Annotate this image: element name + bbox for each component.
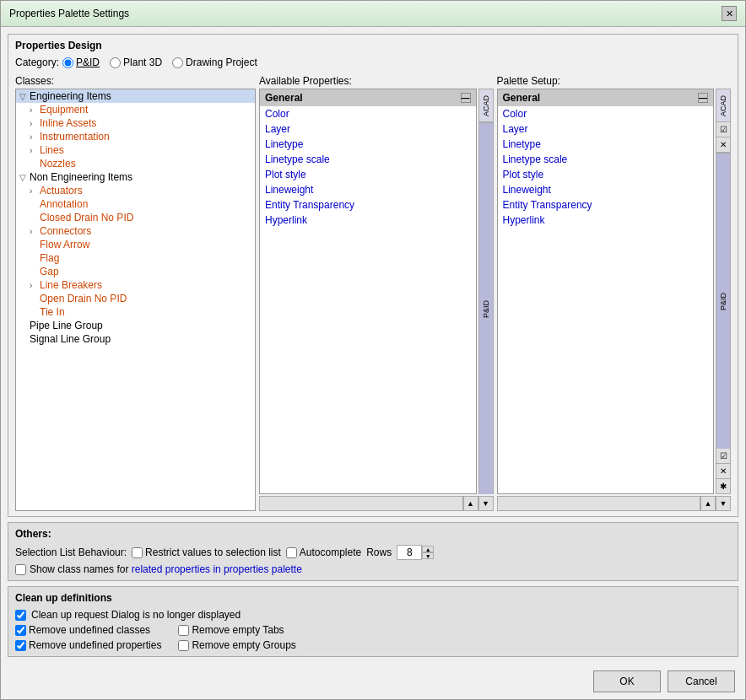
pid-tab-palette[interactable]: P&ID (716, 153, 731, 449)
tree-item-flag[interactable]: Flag (16, 251, 255, 265)
tree-item-tie-in[interactable]: Tie In (16, 305, 255, 319)
radio-plant3d[interactable]: Plant 3D (110, 57, 162, 68)
prop-item-linetype-scale[interactable]: Linetype scale (260, 152, 476, 167)
tree-label-flow-arrow: Flow Arrow (40, 239, 89, 250)
prop-item-plot-style[interactable]: Plot style (260, 167, 476, 182)
palette-item-lineweight[interactable]: Lineweight (498, 182, 714, 197)
tree-item-instrumentation[interactable]: › Instrumentation (16, 130, 255, 143)
tree-item-signal-line-group[interactable]: Signal Line Group (16, 332, 255, 346)
category-row: Category: P&ID Plant 3D Drawing Project (15, 57, 731, 68)
cleanup-section: Clean up definitions Clean up request Di… (8, 586, 738, 657)
available-minus-btn[interactable]: — (461, 93, 471, 103)
prop-item-layer[interactable]: Layer (260, 121, 476, 137)
close-button[interactable]: ✕ (722, 6, 737, 21)
acad-tab-available[interactable]: ACAD (478, 89, 494, 122)
tree-item-non-engineering[interactable]: ▽ Non Engineering Items (16, 170, 255, 184)
tree-label-open-drain: Open Drain No PID (40, 293, 127, 304)
tree-label-signal-line-group: Signal Line Group (30, 333, 111, 345)
palette-scroll-up[interactable]: ▲ (700, 496, 716, 511)
expander-actuators: › (30, 186, 40, 196)
tree-item-connectors[interactable]: › Connectors (16, 224, 255, 238)
available-panel: Available Properties: General — Color (259, 75, 494, 511)
prop-item-entity-transparency[interactable]: Entity Transparency (260, 197, 476, 213)
pid-tab-available[interactable]: P&ID (478, 122, 494, 494)
tree-item-closed-drain[interactable]: Closed Drain No PID (16, 211, 255, 224)
ok-button[interactable]: OK (593, 670, 661, 692)
palette-item-hyperlink[interactable]: Hyperlink (498, 213, 714, 228)
palette-scroll-track (497, 496, 701, 511)
rows-spin-down[interactable]: ▼ (422, 552, 434, 559)
tree-item-lines[interactable]: › Lines (16, 143, 255, 157)
tree-item-gap[interactable]: Gap (16, 265, 255, 278)
palette-check-btn1[interactable]: ☑ (716, 122, 731, 137)
tree-item-nozzles[interactable]: Nozzles (16, 157, 255, 170)
tree-label-equipment: Equipment (40, 104, 88, 116)
tree-item-equipment[interactable]: › Equipment (16, 103, 255, 116)
palette-item-entity-transparency[interactable]: Entity Transparency (498, 197, 714, 213)
autocomplete-check-item[interactable]: Autocomplete (286, 547, 361, 558)
palette-x-btn1[interactable]: ✕ (716, 137, 731, 153)
radio-pid-input[interactable] (62, 57, 73, 68)
palette-item-color[interactable]: Color (498, 106, 714, 121)
tree-label-closed-drain: Closed Drain No PID (40, 212, 133, 223)
tree-item-pipe-line-group[interactable]: Pipe Line Group (16, 319, 255, 332)
remove-undefined-classes-checkbox[interactable] (15, 625, 26, 636)
palette-x-btn2[interactable]: ✕ (716, 464, 731, 479)
tree-label-engineering-items: Engineering Items (30, 90, 111, 102)
tree-item-engineering-items[interactable]: ▽ Engineering Items (16, 89, 255, 103)
tree-label-line-breakers: Line Breakers (40, 279, 102, 291)
tree-item-flow-arrow[interactable]: Flow Arrow (16, 238, 255, 251)
palette-item-linetype[interactable]: Linetype (498, 137, 714, 152)
rows-label: Rows (366, 547, 392, 558)
radio-plant3d-input[interactable] (110, 57, 121, 68)
available-scroll-up[interactable]: ▲ (463, 496, 478, 511)
autocomplete-checkbox[interactable] (286, 547, 297, 558)
properties-design-panel: Properties Design Category: P&ID Plant 3… (8, 34, 738, 517)
tree-item-inline-assets[interactable]: › Inline Assets (16, 116, 255, 130)
acad-tab-palette[interactable]: ACAD (716, 89, 731, 122)
remove-empty-groups-item[interactable]: Remove empty Groups (178, 639, 295, 651)
category-label: Category: (15, 57, 59, 68)
cleanup-request-checkbox[interactable] (15, 610, 26, 621)
cancel-button[interactable]: Cancel (668, 670, 735, 692)
palette-scroll-down[interactable]: ▼ (716, 496, 731, 511)
remove-undefined-properties-checkbox[interactable] (15, 640, 26, 651)
palette-minus-btn[interactable]: — (698, 93, 708, 103)
palette-star-btn[interactable]: ✱ (716, 479, 731, 494)
remove-empty-groups-checkbox[interactable] (178, 640, 189, 651)
palette-check-btn2[interactable]: ☑ (716, 449, 731, 464)
restrict-check-item[interactable]: Restrict values to selection list (132, 547, 281, 558)
radio-pid-label: P&ID (76, 57, 100, 68)
restrict-checkbox[interactable] (132, 547, 143, 558)
classes-label: Classes: (15, 75, 256, 87)
tree-label-pipe-line-group: Pipe Line Group (30, 320, 103, 331)
radio-drawing-project[interactable]: Drawing Project (172, 57, 257, 68)
remove-undefined-classes-item[interactable]: Remove undefined classes (15, 624, 161, 636)
palette-item-linetype-scale[interactable]: Linetype scale (498, 152, 714, 167)
main-window: Properties Palette Settings ✕ Properties… (0, 0, 746, 700)
prop-item-hyperlink[interactable]: Hyperlink (260, 213, 476, 228)
restrict-label: Restrict values to selection list (145, 547, 281, 558)
tree-item-open-drain[interactable]: Open Drain No PID (16, 292, 255, 305)
tree-label-gap: Gap (40, 266, 59, 277)
palette-item-layer[interactable]: Layer (498, 121, 714, 137)
palette-item-plot-style[interactable]: Plot style (498, 167, 714, 182)
classes-tree[interactable]: ▽ Engineering Items › Equipment › Inline… (15, 89, 256, 511)
tree-item-annotation[interactable]: Annotation (16, 197, 255, 211)
remove-empty-tabs-checkbox[interactable] (178, 625, 189, 636)
tree-item-line-breakers[interactable]: › Line Breakers (16, 278, 255, 292)
radio-pid[interactable]: P&ID (62, 57, 100, 68)
radio-drawing-project-input[interactable] (172, 57, 183, 68)
rows-input[interactable] (397, 545, 422, 560)
prop-item-linetype[interactable]: Linetype (260, 137, 476, 152)
prop-item-lineweight[interactable]: Lineweight (260, 182, 476, 197)
remove-undefined-properties-item[interactable]: Remove undefined properties (15, 639, 161, 651)
rows-spin-up[interactable]: ▲ (422, 546, 434, 552)
tree-item-actuators[interactable]: › Actuators (16, 184, 255, 197)
prop-item-color[interactable]: Color (260, 106, 476, 121)
cleanup-col1: Remove undefined classes Remove undefine… (15, 624, 161, 651)
palette-group-title: General (503, 92, 541, 104)
available-scroll-down[interactable]: ▼ (478, 496, 494, 511)
show-class-checkbox[interactable] (15, 564, 26, 575)
remove-empty-tabs-item[interactable]: Remove empty Tabs (178, 624, 295, 636)
